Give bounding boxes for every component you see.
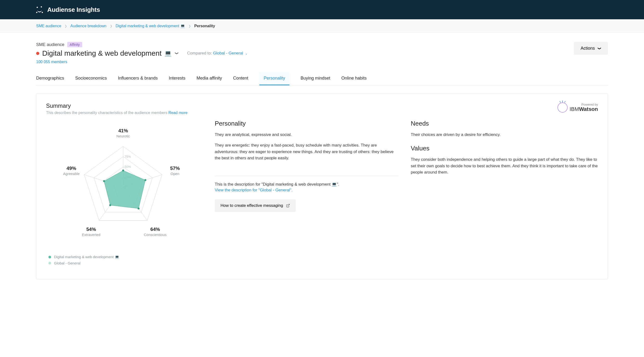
values-p1: They consider both independence and help… [411,156,598,176]
breadcrumb: SME audience ❯ Audience breakdown ❯ Digi… [0,19,644,33]
tabs: DemographicsSocioeconomicsInfluencers & … [36,72,608,85]
breadcrumb-current: Personality [194,24,215,28]
summary-card: Summary This describes the personality c… [36,94,608,280]
radar-axis-extraverted: 54%Extraverted [77,226,106,237]
radar-axis-agreeable: 49%Agreeable [57,166,86,176]
breadcrumb-item-1[interactable]: Audience breakdown [70,24,106,28]
audience-name: SME audience [36,42,64,47]
watson-badge: Powered by IBMWatson [558,102,598,112]
values-heading: Values [411,145,598,152]
affinity-badge: Affinity [67,42,82,47]
radar-axis-open: 57%Open [160,166,190,176]
segment-title: Digital marketing & web development [42,49,162,57]
chevron-right-icon: ❯ [188,24,191,28]
compared-to: Compared to: Global - General ⌄ [187,51,248,56]
chevron-right-icon: ❯ [110,24,112,28]
summary-subtitle: This describes the personality character… [46,111,188,115]
svg-point-11 [138,208,140,210]
svg-text:75%: 75% [124,155,131,158]
howto-button[interactable]: How to create effective messaging [215,199,296,212]
tab-socioeconomics[interactable]: Socioeconomics [75,72,107,85]
radar-axis-neurotic: 41%Neurotic [109,128,138,138]
legend-item: Global - General [48,261,200,265]
summary-title: Summary [46,102,188,109]
breadcrumb-item-0[interactable]: SME audience [36,24,61,28]
radar-chart: 25%50%75%0 41%Neurotic57%Open64%Conscien… [56,120,191,245]
logo[interactable]: Audiense Insights [36,6,100,14]
watson-icon [558,102,568,112]
personality-p1: They are analytical, expressive and soci… [215,132,399,138]
needs-heading: Needs [411,120,598,127]
external-link-icon [286,204,290,208]
chart-legend: Digital marketing & web development 💻Glo… [48,255,200,265]
read-more-link[interactable]: Read more [168,111,188,115]
tab-demographics[interactable]: Demographics [36,72,64,85]
description-note: This is the description for "Digital mar… [215,182,399,187]
divider [215,176,399,176]
actions-button[interactable]: Actions ❯ [574,42,608,55]
laptop-icon: 💻 [164,50,172,57]
app-name: Audiense Insights [47,6,100,14]
svg-point-9 [122,170,124,172]
audiense-logo-icon [36,6,43,13]
top-bar: Audiense Insights [0,0,644,19]
radar-axis-conscientious: 64%Conscientious [141,226,170,237]
svg-line-14 [288,204,289,206]
tab-influencers-brands[interactable]: Influencers & brands [118,72,158,85]
view-description-link[interactable]: View the description for "Global - Gener… [215,188,399,192]
svg-text:50%: 50% [124,165,131,168]
compared-to-dropdown[interactable]: Global - General ⌄ [213,51,248,56]
personality-p2: They are energetic: they enjoy a fast-pa… [215,142,399,161]
breadcrumb-item-2[interactable]: Digital marketing & web development 💻 [116,24,185,28]
tab-online-habits[interactable]: Online habits [341,72,366,85]
segment-color-dot [36,52,39,55]
legend-item: Digital marketing & web development 💻 [48,255,200,259]
tab-personality[interactable]: Personality [259,72,290,85]
personality-heading: Personality [215,120,399,127]
tab-content[interactable]: Content [233,72,248,85]
segment-dropdown[interactable]: ❯ [175,52,179,55]
chevron-down-icon: ❯ [598,47,602,50]
members-count[interactable]: 100 055 members [36,60,248,64]
svg-point-13 [103,180,105,182]
tab-interests[interactable]: Interests [169,72,185,85]
needs-p1: Their choices are driven by a desire for… [411,132,598,138]
svg-point-10 [144,179,146,181]
tab-media-affinity[interactable]: Media affinity [196,72,222,85]
tab-buying-mindset[interactable]: Buying mindset [300,72,330,85]
svg-point-12 [109,204,111,206]
chevron-right-icon: ❯ [64,24,67,28]
